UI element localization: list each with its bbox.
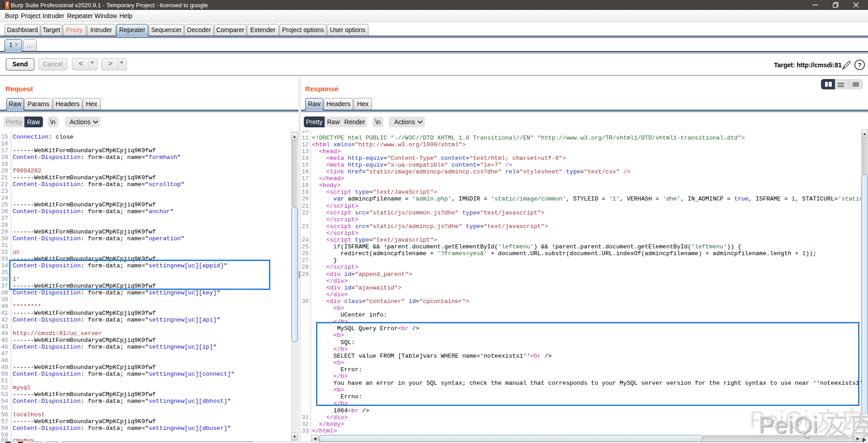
svg-text:?: ? — [858, 61, 862, 69]
